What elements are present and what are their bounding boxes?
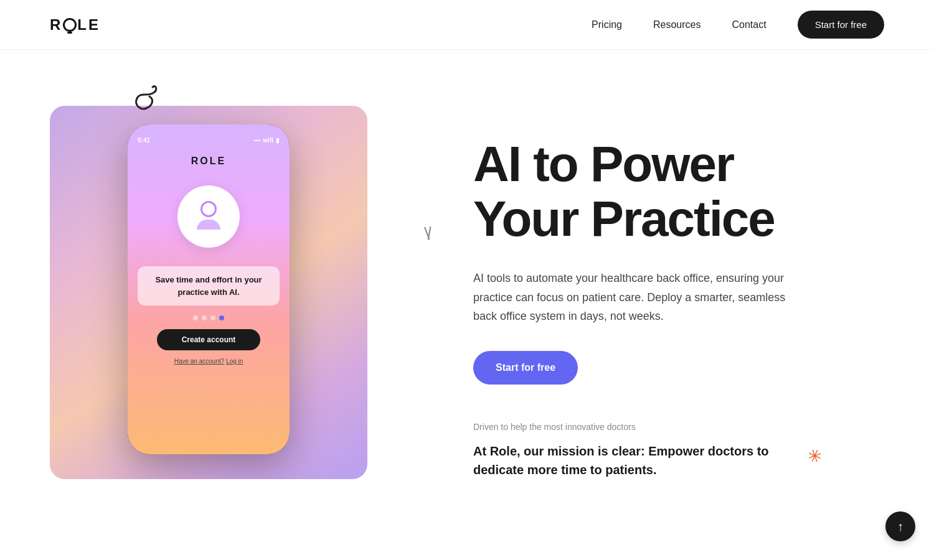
avatar-icon	[193, 201, 224, 232]
phone-save-text: Save time and effort in your practice wi…	[138, 266, 280, 306]
phone-create-button[interactable]: Create account	[157, 329, 261, 350]
phone-avatar	[177, 185, 240, 248]
swirl-decoration	[118, 81, 162, 118]
dot-2	[202, 315, 207, 320]
hero-subtext: AI tools to automate your healthcare bac…	[473, 269, 797, 326]
hero-headline: AI to Power Your Practice	[473, 137, 884, 246]
dot-4	[219, 315, 224, 320]
headline-line2: Your Practice	[473, 191, 775, 246]
phone-login-label: Have an account?	[174, 358, 225, 365]
phone-login-link[interactable]: Log in	[226, 358, 243, 365]
phone-battery: ▮	[276, 137, 280, 144]
scroll-up-icon: ↑	[897, 520, 903, 534]
hero-left: \/ 9:41 ▪▪▪ wifi ▮	[50, 87, 423, 479]
nav-cta-button[interactable]: Start for free	[798, 11, 884, 39]
phone-logo: ROLE	[191, 156, 226, 167]
phone-dots	[193, 315, 224, 320]
phone-frame: 9:41 ▪▪▪ wifi ▮ ROLE	[128, 124, 290, 454]
hero-mission-text: At Role, our mission is clear: Empower d…	[473, 442, 797, 479]
hero-driven-label: Driven to help the most innovative docto…	[473, 422, 884, 432]
dot-1	[193, 315, 198, 320]
hero-right: AI to Power Your Practice AI tools to au…	[473, 87, 884, 479]
nav-pricing[interactable]: Pricing	[592, 19, 622, 30]
hero-section: \/ 9:41 ▪▪▪ wifi ▮	[0, 50, 934, 560]
phone-login: Have an account? Log in	[174, 358, 243, 365]
phone-screen: 9:41 ▪▪▪ wifi ▮ ROLE	[128, 124, 290, 454]
phone-signal: ▪▪▪	[254, 137, 261, 144]
dot-3	[210, 315, 215, 320]
navbar: RLE Pricing Resources Contact Start for …	[0, 0, 934, 50]
avatar-body	[197, 220, 220, 230]
hero-cta-button[interactable]: Start for free	[473, 351, 578, 385]
headline-line1: AI to Power	[473, 136, 734, 192]
avatar-head	[200, 201, 217, 217]
star-decoration: ✳	[804, 444, 825, 469]
phone-wifi: wifi	[263, 137, 273, 144]
logo[interactable]: RLE	[50, 16, 100, 34]
phone-time: 9:41	[138, 137, 150, 144]
nav-resources[interactable]: Resources	[653, 19, 700, 30]
slash-decoration: \/	[424, 224, 430, 245]
nav-contact[interactable]: Contact	[732, 19, 766, 30]
nav-links: Pricing Resources Contact Start for free	[592, 11, 884, 39]
scroll-up-button[interactable]: ↑	[885, 511, 915, 541]
phone-status-bar: 9:41 ▪▪▪ wifi ▮	[138, 137, 280, 144]
phone-card: 9:41 ▪▪▪ wifi ▮ ROLE	[50, 106, 367, 479]
